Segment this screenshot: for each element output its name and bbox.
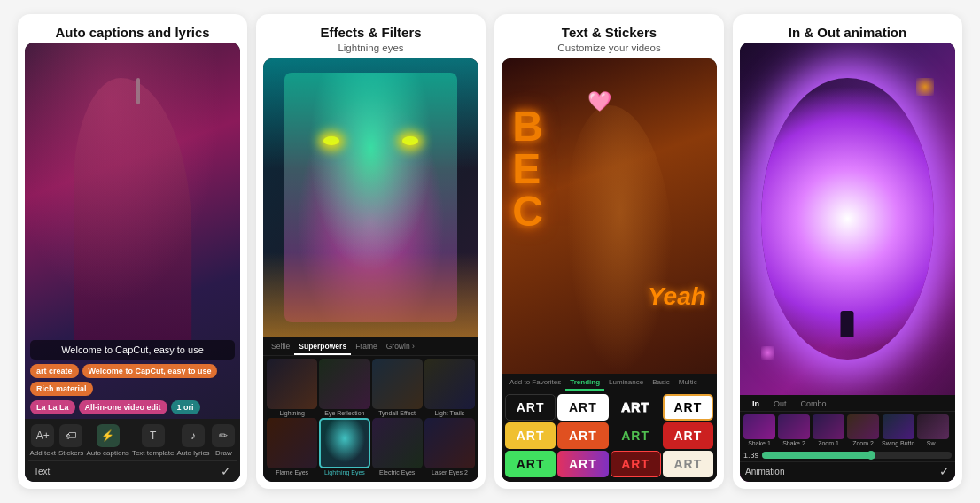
anim-thumb-zoom1[interactable]: Zoom 1 <box>813 414 844 446</box>
auto-lyrics-icon: ♪ <box>182 424 205 447</box>
filter-label-electric-eyes: Electric Eyes <box>379 469 415 476</box>
anim-thumb-box-shake1 <box>743 414 775 439</box>
filter-label-tyndall: Tyndall Effect <box>378 410 416 416</box>
anim-thumb-box-shake2 <box>778 414 810 439</box>
filter-tyndall[interactable]: Tyndall Effect <box>372 359 423 416</box>
art-item-8[interactable]: ART <box>663 422 713 449</box>
filter-label-flame-eyes: Flame Eyes <box>276 469 308 476</box>
filter-thumb-electric-eyes <box>372 418 423 468</box>
anim-thumb-shake2[interactable]: Shake 2 <box>778 414 810 446</box>
cards-container: Auto captions and lyrics Welcome to CapC… <box>0 0 980 503</box>
toolbar-add-text[interactable]: A+ Add text <box>30 424 56 457</box>
toolbar-draw[interactable]: ✏ Draw <box>212 424 235 457</box>
person-warm <box>566 105 674 374</box>
yeah-text: Yeah <box>648 282 706 311</box>
filter-lightning[interactable]: Lightning <box>267 359 317 416</box>
anim-bottom-row: Animation ✓ <box>740 461 955 480</box>
art-item-10[interactable]: ART <box>557 451 608 477</box>
art-item-9[interactable]: ART <box>505 451 556 477</box>
filter-lightning-eyes[interactable]: Lightning Eyes <box>319 418 369 476</box>
art-item-3[interactable]: ART <box>611 394 661 421</box>
anim-thumb-sw[interactable]: Sw... <box>917 414 949 446</box>
filter-tab-superpowers[interactable]: Superpowers <box>294 340 351 355</box>
filter-thumb-laser-eyes <box>424 418 475 468</box>
sticker-tab-luminance[interactable]: Luminance <box>604 376 648 391</box>
timeline-fill <box>762 452 875 459</box>
screen2-bg: Selfie Superpowers Frame Growin › Lightn… <box>263 58 478 482</box>
filter-tab-selfie[interactable]: Selfie <box>267 340 294 355</box>
hair-gradient <box>263 58 478 169</box>
filter-thumb-flame-eyes <box>267 418 317 468</box>
screen4-video <box>740 43 955 395</box>
toolbar-check-icon[interactable]: ✓ <box>221 464 231 478</box>
heart-sticker: 🩷 <box>587 90 611 113</box>
card-auto-captions: Auto captions and lyrics Welcome to CapC… <box>18 14 247 489</box>
anim-thumb-label-zoom1: Zoom 1 <box>818 440 839 446</box>
anim-tab-in[interactable]: In <box>745 398 766 411</box>
lyric-pill-3: Rich material <box>30 382 93 396</box>
filter-label-lightning-eyes: Lightning Eyes <box>324 469 365 476</box>
timeline-bar[interactable] <box>762 452 952 459</box>
auto-captions-icon: ⚡ <box>97 424 120 447</box>
anim-thumb-shake1[interactable]: Shake 1 <box>743 414 775 446</box>
screen1-bg: Welcome to CapCut, easy to use art creat… <box>25 43 240 482</box>
toolbar-auto-lyrics[interactable]: ♪ Auto lyrics <box>177 424 210 457</box>
anim-tab-out[interactable]: Out <box>766 398 794 411</box>
anim-thumb-label-shake2: Shake 2 <box>782 440 805 446</box>
stickers-label: Stickers <box>58 449 83 457</box>
art-item-2[interactable]: ART <box>557 394 608 421</box>
anim-tab-combo[interactable]: Combo <box>794 398 834 411</box>
sticker-tab-favorites[interactable]: Add to Favorites <box>505 376 565 391</box>
filter-thumb-tyndall <box>372 359 423 409</box>
art-item-4[interactable]: ART <box>663 394 713 421</box>
filter-eye-reflection[interactable]: Eye Reflection <box>319 359 369 416</box>
timeline-row: 1.3s <box>740 449 955 461</box>
art-item-7[interactable]: ART <box>611 422 661 449</box>
art-item-12[interactable]: ART <box>663 451 713 477</box>
caption-bar: Welcome to CapCut, easy to use <box>30 340 235 360</box>
filter-grid: Lightning Eye Reflection Tyndall Effect <box>263 356 478 479</box>
filter-tab-growin[interactable]: Growin › <box>382 340 419 355</box>
caption-text: Welcome to CapCut, easy to use <box>61 344 204 355</box>
sticker-tab-trending[interactable]: Trending <box>565 376 604 391</box>
filter-thumb-lightning-eyes <box>319 418 369 468</box>
card1-title: Auto captions and lyrics <box>18 14 247 43</box>
toolbar-text-template[interactable]: T Text template <box>132 424 175 457</box>
filter-light-trails[interactable]: Light Trails <box>424 359 475 416</box>
lyric-pill-5: All-in-one video edit <box>79 400 167 414</box>
art-item-5[interactable]: ART <box>505 422 556 449</box>
art-item-1[interactable]: ART <box>505 394 556 421</box>
anim-tabs: In Out Combo <box>740 398 955 412</box>
add-text-label: Add text <box>30 449 56 457</box>
neon-letters: BEC <box>512 105 543 233</box>
toolbar-auto-captions[interactable]: ⚡ Auto captions <box>86 424 128 457</box>
anim-bottom-label: Animation <box>745 467 784 476</box>
stickers-icon: 🏷 <box>59 424 82 447</box>
sticker-tab-basic[interactable]: Basic <box>648 376 674 391</box>
anim-thumb-zoom2[interactable]: Zoom 2 <box>847 414 879 446</box>
anim-thumb-box-swing <box>883 414 914 439</box>
anim-thumb-label-sw: Sw... <box>927 440 940 446</box>
anim-thumbs-container: Shake 1 Shake 2 Zoom 1 Zoom 2 <box>740 412 955 449</box>
filter-tabs: Selfie Superpowers Frame Growin › <box>263 340 478 356</box>
screen3-bg: BEC Yeah 🩷 Add to Favorites Trending Lum… <box>502 58 717 482</box>
screen1-video <box>25 43 240 340</box>
lyric-pill-4: La La La <box>30 400 75 414</box>
timeline-handle[interactable] <box>867 451 875 460</box>
anim-check-icon[interactable]: ✓ <box>939 464 950 478</box>
filter-flame-eyes[interactable]: Flame Eyes <box>267 418 317 476</box>
filter-laser-eyes[interactable]: Laser Eyes 2 <box>424 418 475 476</box>
art-item-11[interactable]: ART <box>611 451 661 477</box>
draw-icon: ✏ <box>212 424 235 447</box>
bg-glow <box>25 43 240 340</box>
filter-tab-frame[interactable]: Frame <box>351 340 382 355</box>
filter-electric-eyes[interactable]: Electric Eyes <box>372 418 423 476</box>
sticker-tab-multic[interactable]: Multic <box>674 376 702 391</box>
art-item-6[interactable]: ART <box>557 422 608 449</box>
timeline-value-label: 1.3s <box>743 451 758 460</box>
toolbar-stickers[interactable]: 🏷 Stickers <box>58 424 83 457</box>
anim-thumb-swing[interactable]: Swing Butto <box>882 414 914 446</box>
card-text-stickers: Text & Stickers Customize your videos BE… <box>494 14 724 489</box>
sparkle-icon <box>916 78 934 96</box>
filter-label-laser-eyes: Laser Eyes 2 <box>432 469 468 476</box>
